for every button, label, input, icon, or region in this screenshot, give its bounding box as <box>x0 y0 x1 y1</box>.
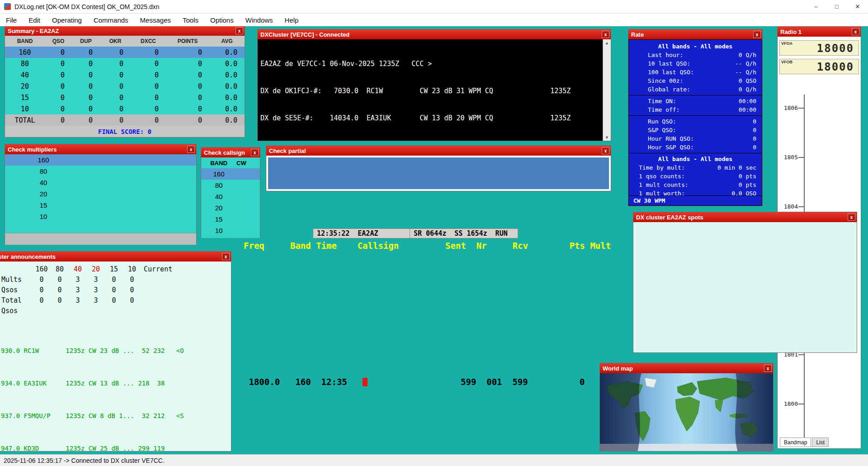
menu-edit[interactable]: Edit <box>23 14 46 26</box>
mult-band-row-20[interactable]: 20 <box>5 188 196 200</box>
check-callsign-title: Check callsign <box>204 149 251 156</box>
dxcluster-titlebar[interactable]: DXCluster [VE7CC] - Connected x <box>258 29 611 39</box>
summary-header-row: BAND QSO DUP OKR DXCC POINTS AVG <box>5 36 245 47</box>
check-partial-window: Check partial x <box>266 145 611 191</box>
close-icon[interactable]: x <box>222 253 230 260</box>
close-icon[interactable]: x <box>236 27 243 34</box>
window-title: DXLog.net [OK-OM DX Contest] OK_OM_2025.… <box>14 3 160 10</box>
terminal-line: EA2AZ de VE7CC-1 06-Nov-2025 1235Z CCC > <box>260 59 603 68</box>
spot-line[interactable]: 947.0 KD3D 1235z CW 25 dB ... 299 119 <box>1 443 231 451</box>
scale-label: 1804 <box>779 203 798 210</box>
menu-tools[interactable]: Tools <box>177 14 204 26</box>
vfoa-label: VFOA <box>781 41 793 46</box>
terminal-scrollbar[interactable]: ▲ ▼ <box>603 39 611 141</box>
close-icon[interactable]: x <box>602 147 609 154</box>
close-icon[interactable]: x <box>753 31 761 38</box>
summary-header: DUP <box>72 38 100 44</box>
menu-messages[interactable]: Messages <box>134 14 177 26</box>
menu-operating[interactable]: Operating <box>46 14 88 26</box>
bandmap-tab[interactable]: Bandmap <box>780 437 811 447</box>
summary-header: BAND <box>5 38 45 44</box>
summary-row-40: 40000000.0 <box>5 69 245 81</box>
menu-windows[interactable]: Windows <box>240 14 279 26</box>
rate-titlebar[interactable]: Rate x <box>628 29 762 39</box>
summary-row-15: 15000000.0 <box>5 92 245 103</box>
qso-entry-line[interactable]: 1800.0 160 12:35 599 001 599 0 <box>244 377 585 387</box>
filler <box>5 222 196 233</box>
rate-title: Rate <box>631 31 753 38</box>
callsign-band-row-160[interactable]: 160 <box>201 168 260 180</box>
callsign-band-row-10[interactable]: 10 <box>201 225 260 236</box>
scale-label: 1800 <box>779 400 798 407</box>
menu-options[interactable]: Options <box>204 14 240 26</box>
cluster-announcements-window: Cluster announcements x 160 80 40 20 15 … <box>0 251 231 452</box>
dxcluster-terminal[interactable]: EA2AZ de VE7CC-1 06-Nov-2025 1235Z CCC >… <box>258 39 603 141</box>
mult-band-row-160[interactable]: 160 <box>5 154 196 166</box>
spot-line[interactable]: 930.0 RC1W 1235z CW 23 dB ... 52 232 <O <box>1 345 231 356</box>
scroll-down-icon[interactable]: ▼ <box>605 134 609 141</box>
maximize-icon[interactable]: □ <box>826 0 847 13</box>
check-callsign-window: Check callsign x BAND CW 160 80 40 20 15… <box>201 147 260 238</box>
close-icon[interactable]: x <box>251 149 259 156</box>
qso-entry-exchange[interactable]: 599 001 599 0 <box>368 377 585 387</box>
mult-band-row-10[interactable]: 10 <box>5 211 196 222</box>
dx-cluster-spots-titlebar[interactable]: DX cluster EA2AZ spots x <box>633 212 857 222</box>
spot-line[interactable]: 934.0 EA3IUK 1235z CW 13 dB ... 218 38 <box>1 378 231 389</box>
check-callsign-header: BAND CW <box>201 157 260 168</box>
callsign-band-row-15[interactable]: 15 <box>201 214 260 225</box>
summary-titlebar[interactable]: Summary - EA2AZ x <box>5 26 245 36</box>
menu-commands[interactable]: Commands <box>88 14 134 26</box>
close-icon[interactable]: x <box>848 214 855 221</box>
menu-help[interactable]: Help <box>279 14 305 26</box>
menu-file[interactable]: File <box>0 14 23 26</box>
announcements-totalqsos-row: Total Qsos 0 0 3 3 0 0 <box>0 295 231 316</box>
scale-label: 1805 <box>779 154 798 161</box>
dx-cluster-spots-window: DX cluster EA2AZ spots x <box>633 212 857 353</box>
summary-header: AVG <box>209 38 245 44</box>
scale-tick <box>798 157 804 158</box>
rate-stat: Hour S&P QSO:0 <box>629 143 762 152</box>
vfoa-frequency: 18000 <box>817 42 854 55</box>
dx-cluster-spots-list[interactable] <box>633 222 857 352</box>
vfob-label: VFOB <box>781 60 793 64</box>
check-callsign-titlebar[interactable]: Check callsign x <box>201 147 260 157</box>
radio1-titlebar[interactable]: Radio 1 x <box>778 27 861 37</box>
spot-line[interactable]: 937.0 F5MQU/P 1235z CW 8 dB 1... 32 212 … <box>1 410 231 421</box>
log-column-headers: Freq Band Time Callsign Sent Nr Rcv Pts … <box>244 241 611 251</box>
close-icon[interactable]: ✕ <box>847 0 868 13</box>
close-icon[interactable]: x <box>187 146 195 153</box>
scroll-up-icon[interactable]: ▲ <box>605 39 609 46</box>
worldmap-window: World map x <box>599 363 774 452</box>
close-icon[interactable]: x <box>764 365 772 372</box>
worldmap-titlebar[interactable]: World map x <box>600 363 773 373</box>
check-multipliers-titlebar[interactable]: Check multipliers x <box>5 144 196 154</box>
close-icon[interactable]: x <box>852 28 859 35</box>
filler <box>201 236 260 238</box>
summary-row-total: TOTAL000000.0 <box>5 114 245 126</box>
world-map <box>600 373 773 451</box>
entry-cursor[interactable] <box>363 378 368 386</box>
rate-stat: 1 qso counts:0 pts <box>629 172 762 181</box>
vfoa-display: VFOA 18000 <box>779 40 859 56</box>
summary-header: POINTS <box>166 38 209 44</box>
qso-entry-freq-band-time[interactable]: 1800.0 160 12:35 <box>244 377 363 387</box>
list-tab[interactable]: List <box>812 437 829 447</box>
cluster-announcements-titlebar[interactable]: Cluster announcements x <box>0 252 231 262</box>
menubar: File Edit Operating Commands Messages To… <box>0 14 868 26</box>
check-multipliers-title: Check multipliers <box>8 146 187 153</box>
scale-label: 1806 <box>779 105 798 111</box>
check-partial-titlebar[interactable]: Check partial x <box>266 146 611 156</box>
mult-band-row-80[interactable]: 80 <box>5 166 196 177</box>
summary-row-80: 80000000.0 <box>5 58 245 69</box>
summary-header: OKR <box>100 38 131 44</box>
minimize-icon[interactable]: – <box>806 0 826 13</box>
callsign-band-row-40[interactable]: 40 <box>201 191 260 202</box>
callsign-band-row-20[interactable]: 20 <box>201 202 260 214</box>
os-titlebar[interactable]: DXLog.net [OK-OM DX Contest] OK_OM_2025.… <box>0 0 868 14</box>
close-icon[interactable]: x <box>602 31 609 38</box>
callsign-band-row-80[interactable]: 80 <box>201 180 260 191</box>
mult-band-row-40[interactable]: 40 <box>5 177 196 188</box>
cluster-announcements-body: 160 80 40 20 15 10 Current Mults 0 0 3 3… <box>0 262 231 451</box>
mult-band-row-15[interactable]: 15 <box>5 200 196 211</box>
rate-stat: 100 last QSO:-- Q/h <box>629 68 762 76</box>
